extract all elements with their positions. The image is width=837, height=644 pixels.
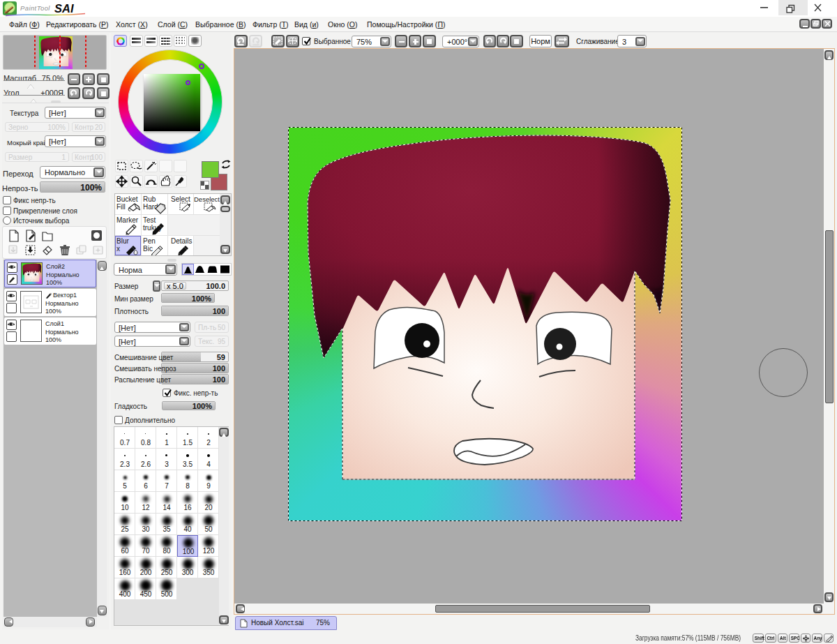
svg-text:PaintTool: PaintTool [20, 4, 50, 12]
svg-text:SAI: SAI [54, 2, 74, 15]
